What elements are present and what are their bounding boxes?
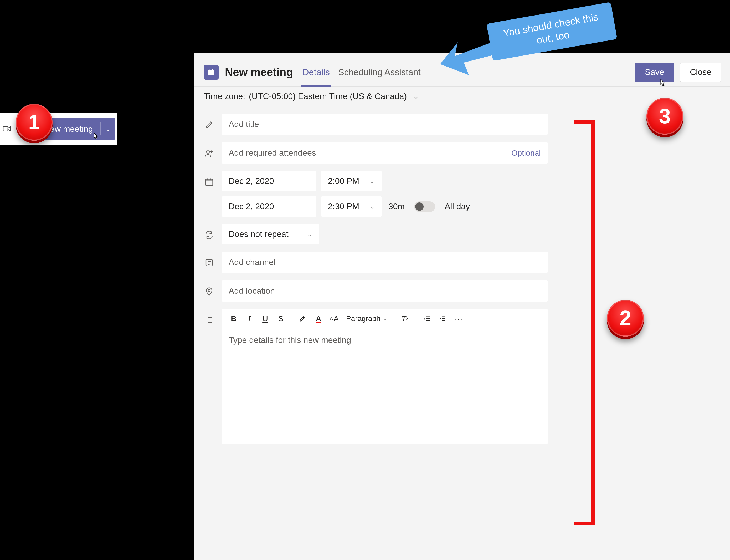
annotation-callout: You should check this out, too: [486, 2, 617, 61]
svg-rect-3: [206, 179, 213, 186]
new-meeting-dropdown[interactable]: ⌄: [101, 118, 115, 140]
row-attendees: + Optional: [204, 142, 721, 164]
underline-button[interactable]: U: [259, 313, 271, 325]
indent-button[interactable]: [437, 313, 449, 325]
strikethrough-button[interactable]: S: [275, 313, 287, 325]
annotation-badge-1: 1: [16, 104, 53, 141]
annotation-badge-2: 2: [607, 300, 644, 337]
svg-point-2: [207, 150, 210, 153]
row-location: [204, 280, 721, 302]
timezone-value: (UTC-05:00) Eastern Time (US & Canada): [249, 91, 407, 101]
svg-rect-1: [208, 70, 215, 75]
all-day-label: All day: [444, 202, 470, 211]
optional-attendees-link[interactable]: + Optional: [504, 149, 541, 157]
start-date-value: Dec 2, 2020: [229, 176, 274, 186]
end-datetime: Dec 2, 2020 2:30 PM ⌄ 30m All day: [222, 196, 548, 217]
channel-input[interactable]: [222, 252, 548, 273]
rte-toolbar: B I U S A AA: [222, 309, 548, 328]
annotation-badge-3: 3: [646, 98, 683, 135]
list-icon: [204, 315, 215, 325]
recurrence-value: Does not repeat: [229, 229, 289, 239]
description-input[interactable]: Type details for this new meeting: [222, 328, 548, 444]
svg-point-5: [208, 289, 210, 292]
meeting-form-panel: New meeting Details Scheduling Assistant…: [195, 53, 730, 560]
close-button[interactable]: Close: [680, 63, 721, 82]
title-input[interactable]: [222, 114, 548, 135]
start-datetime: Dec 2, 2020 2:00 PM ⌄: [222, 171, 548, 191]
chevron-down-icon: ⌄: [369, 203, 375, 210]
font-color-button[interactable]: A: [313, 313, 325, 325]
meet-now-icon[interactable]: [2, 124, 12, 134]
toolbar-separator: [394, 314, 394, 323]
form-body: + Optional Dec 2, 2020 2:00 PM ⌄ Dec 2, …: [195, 106, 730, 560]
annotation-callout-text: You should check this out, too: [486, 2, 617, 61]
row-description: B I U S A AA: [204, 309, 721, 444]
recurrence-picker[interactable]: Does not repeat ⌄: [222, 224, 319, 244]
timezone-label: Time zone:: [204, 91, 245, 101]
location-icon: [204, 286, 215, 297]
calendar-icon: [204, 177, 215, 187]
annotation-bracket: [574, 120, 595, 525]
people-add-icon: [204, 148, 215, 159]
page-title: New meeting: [225, 66, 293, 79]
svg-rect-0: [3, 127, 8, 131]
row-datetime: Dec 2, 2020 2:00 PM ⌄ Dec 2, 2020 2:30 P…: [204, 171, 721, 217]
duration-label: 30m: [388, 202, 405, 211]
attendees-field[interactable]: + Optional: [222, 142, 548, 164]
paragraph-label: Paragraph: [346, 314, 380, 323]
chevron-down-icon: ⌄: [413, 92, 419, 100]
end-time-value: 2:30 PM: [328, 202, 359, 211]
channel-icon: [204, 257, 215, 268]
repeat-icon: [204, 230, 215, 240]
timezone-selector[interactable]: Time zone: (UTC-05:00) Eastern Time (US …: [195, 87, 730, 106]
start-time-value: 2:00 PM: [328, 176, 359, 186]
start-date-picker[interactable]: Dec 2, 2020: [222, 171, 317, 191]
tab-details[interactable]: Details: [302, 58, 331, 87]
clear-formatting-button[interactable]: T×: [399, 313, 411, 325]
calendar-app-icon: [204, 65, 219, 80]
pencil-icon: [204, 119, 215, 130]
italic-button[interactable]: I: [243, 313, 256, 325]
row-channel: [204, 252, 721, 273]
highlight-button[interactable]: [297, 313, 309, 325]
all-day-toggle[interactable]: [414, 201, 435, 212]
paragraph-style-picker[interactable]: Paragraph ⌄: [344, 314, 389, 323]
font-size-button[interactable]: AA: [328, 313, 340, 325]
end-date-value: Dec 2, 2020: [229, 202, 274, 211]
toolbar-separator: [292, 314, 292, 323]
chevron-down-icon: ⌄: [105, 125, 111, 133]
row-recurrence: Does not repeat ⌄: [204, 224, 721, 244]
start-time-picker[interactable]: 2:00 PM ⌄: [321, 171, 381, 191]
tab-scheduling-assistant[interactable]: Scheduling Assistant: [337, 58, 422, 87]
cursor-icon: [656, 78, 668, 89]
chevron-down-icon: ⌄: [369, 177, 375, 185]
rich-text-editor: B I U S A AA: [222, 309, 548, 444]
chevron-down-icon: ⌄: [382, 315, 387, 322]
row-title: [204, 114, 721, 135]
cursor-icon: [90, 132, 101, 142]
chevron-down-icon: ⌄: [307, 231, 312, 238]
more-options-button[interactable]: ⋯: [452, 313, 464, 325]
end-date-picker[interactable]: Dec 2, 2020: [222, 196, 317, 217]
attendees-input[interactable]: [222, 142, 504, 164]
save-button[interactable]: Save: [635, 63, 674, 82]
location-input[interactable]: [222, 280, 548, 302]
end-time-picker[interactable]: 2:30 PM ⌄: [321, 196, 381, 217]
bold-button[interactable]: B: [228, 313, 240, 325]
outdent-button[interactable]: [421, 313, 433, 325]
